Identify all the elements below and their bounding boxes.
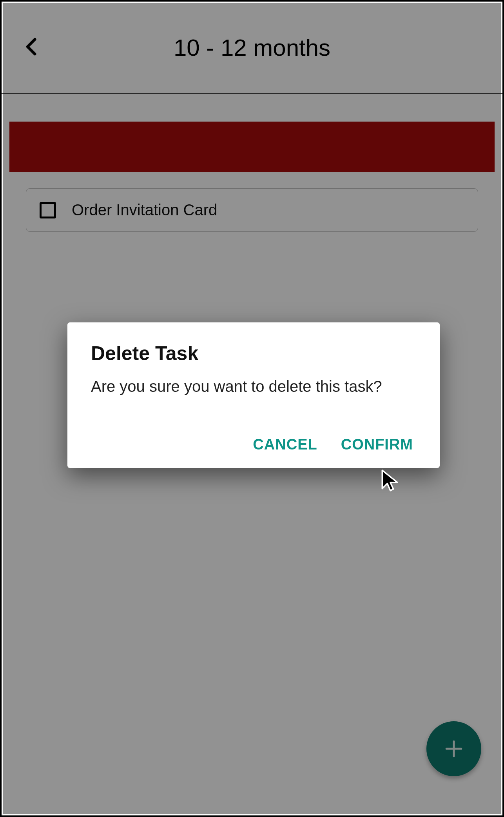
dialog-actions: CANCEL CONFIRM [91, 436, 416, 453]
delete-task-dialog: Delete Task Are you sure you want to del… [67, 322, 440, 468]
app-frame: 10 - 12 months Order Invitation Card Del… [0, 0, 504, 817]
confirm-button[interactable]: CONFIRM [341, 436, 413, 453]
dialog-title: Delete Task [91, 342, 416, 365]
cancel-button[interactable]: CANCEL [253, 436, 317, 453]
dialog-message: Are you sure you want to delete this tas… [91, 376, 416, 397]
